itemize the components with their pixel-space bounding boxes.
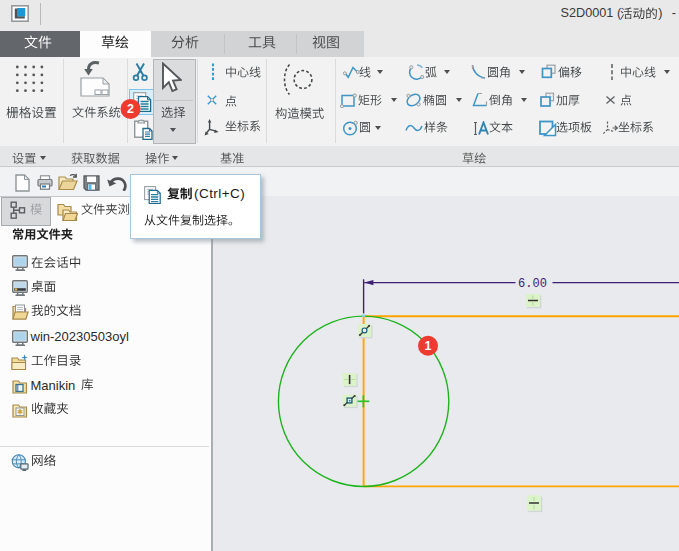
svg-text:2: 2 bbox=[127, 102, 134, 116]
svg-text:6.00: 6.00 bbox=[518, 277, 547, 291]
svg-text:1: 1 bbox=[425, 339, 432, 353]
